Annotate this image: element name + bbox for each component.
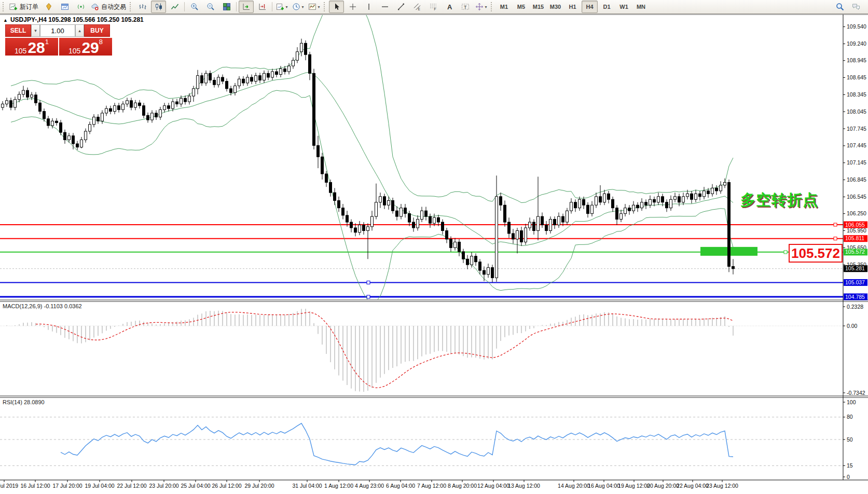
svg-text:23 Jul 20:00: 23 Jul 20:00 (149, 483, 178, 489)
dropdown-arrow-icon[interactable]: ▾ (285, 5, 287, 9)
time-axis[interactable]: 15 Jul 201916 Jul 12:0017 Jul 20:0019 Ju… (0, 480, 738, 489)
fibonacci-button[interactable]: F (425, 1, 440, 13)
svg-text:108.945: 108.945 (847, 57, 866, 63)
volume-input[interactable] (40, 24, 75, 37)
tile-windows-button[interactable] (219, 1, 234, 13)
new-chart-button[interactable]: ▾ (274, 1, 290, 13)
search-button[interactable] (832, 1, 847, 13)
timeframe-button-w1[interactable]: W1 (616, 1, 632, 13)
price-axis[interactable]: 109.540109.240108.945108.645108.345108.0… (843, 23, 867, 479)
line-marker[interactable] (834, 223, 837, 226)
auto-trading-button[interactable]: 自动交易 (89, 1, 128, 13)
bar-chart-button[interactable] (135, 1, 150, 13)
signals-button[interactable] (73, 1, 88, 13)
market-watch-icon (45, 3, 53, 11)
candle (213, 80, 216, 85)
svg-text:16 Jul 12:00: 16 Jul 12:00 (20, 483, 50, 489)
trendline-button[interactable] (393, 1, 408, 13)
turning-point-annotation[interactable]: 多空转折点 (740, 190, 818, 211)
new-order-button[interactable]: 新订单 (8, 1, 40, 13)
line-marker[interactable] (784, 251, 787, 254)
timeframe-button-h4[interactable]: H4 (582, 1, 598, 13)
chart-canvas[interactable]: 109.540109.240108.945108.645108.345108.0… (0, 0, 868, 494)
text-button[interactable]: A (442, 1, 457, 13)
svg-text:100: 100 (847, 399, 856, 405)
search-icon (836, 3, 844, 11)
volume-decrease-button[interactable]: ▾ (31, 24, 40, 37)
svg-text:16 Aug 04:00: 16 Aug 04:00 (588, 483, 620, 489)
candle (425, 211, 428, 216)
horizontal-line-button[interactable] (377, 1, 392, 13)
zoom-in-button[interactable] (187, 1, 202, 13)
timeframe-button-m1[interactable]: M1 (496, 1, 512, 13)
candle (620, 214, 623, 219)
text-label-button[interactable]: T (458, 1, 473, 13)
candle (587, 205, 589, 213)
timeframe-button-m30[interactable]: M30 (547, 1, 563, 13)
buy-button[interactable]: BUY (84, 24, 110, 37)
line-chart-button[interactable] (167, 1, 182, 13)
timeframe-button-h1[interactable]: H1 (564, 1, 581, 13)
line-marker[interactable] (367, 295, 370, 298)
candle (18, 94, 21, 100)
timeframe-button-mn[interactable]: MN (633, 1, 649, 13)
dropdown-arrow-icon[interactable]: ▾ (301, 5, 304, 9)
crosshair-button[interactable] (345, 1, 360, 13)
candle (238, 79, 241, 86)
svg-text:0.2328: 0.2328 (847, 304, 863, 310)
templates-button[interactable]: ▾ (307, 1, 322, 13)
candle (354, 228, 357, 232)
timeframe-button-m15[interactable]: M15 (530, 1, 546, 13)
chart-shift-button[interactable] (255, 1, 270, 13)
line-marker[interactable] (834, 237, 837, 240)
candlestick-chart-button[interactable] (151, 1, 166, 13)
dropdown-arrow-icon[interactable]: ▾ (318, 5, 320, 9)
auto-scroll-button[interactable] (239, 1, 254, 13)
candle (558, 216, 560, 225)
candle (209, 73, 212, 80)
candle (686, 194, 689, 196)
svg-text:0: 0 (847, 474, 850, 480)
candle (570, 202, 573, 211)
candle (408, 214, 411, 222)
timeframe-button-d1[interactable]: D1 (599, 1, 615, 13)
vertical-line-button[interactable] (361, 1, 376, 13)
candle (699, 194, 701, 196)
line-marker[interactable] (367, 281, 370, 284)
dropdown-arrow-icon[interactable]: ▾ (485, 5, 487, 9)
sell-price[interactable]: 105281 (5, 38, 58, 56)
volume-increase-button[interactable]: ▴ (75, 24, 84, 37)
new-order-icon (9, 3, 18, 11)
candle (22, 90, 25, 94)
data-window-button[interactable] (57, 1, 72, 13)
timeframe-button-m5[interactable]: M5 (513, 1, 529, 13)
collapse-icon[interactable]: ▲ (3, 18, 8, 23)
periodicity-button[interactable]: ▾ (291, 1, 306, 13)
candle (632, 205, 635, 211)
candle (525, 228, 527, 242)
candle (143, 106, 145, 116)
toolbar-grip (491, 2, 494, 11)
chat-button[interactable] (848, 1, 863, 13)
price-callout-label[interactable]: 105.572 (789, 244, 843, 263)
svg-text:104.785: 104.785 (845, 294, 865, 300)
candle (139, 103, 141, 105)
candle (155, 113, 158, 117)
buy-price[interactable]: 105298 (59, 38, 112, 56)
arrows-button[interactable]: ▾ (474, 1, 489, 13)
svg-text:-0.7342: -0.7342 (847, 390, 865, 396)
arrows-icon (475, 3, 484, 11)
candle (234, 86, 237, 92)
candle (47, 119, 50, 126)
candle (151, 113, 154, 120)
sell-button[interactable]: SELL (5, 24, 31, 37)
equidistant-channel-button[interactable]: E (409, 1, 424, 13)
market-watch-button[interactable] (41, 1, 56, 13)
cursor-button[interactable] (329, 1, 344, 13)
candle (64, 132, 66, 140)
candle (346, 215, 349, 222)
zoom-out-button[interactable] (203, 1, 218, 13)
candle (10, 101, 12, 107)
svg-text:E: E (418, 7, 420, 11)
candle (703, 191, 706, 197)
